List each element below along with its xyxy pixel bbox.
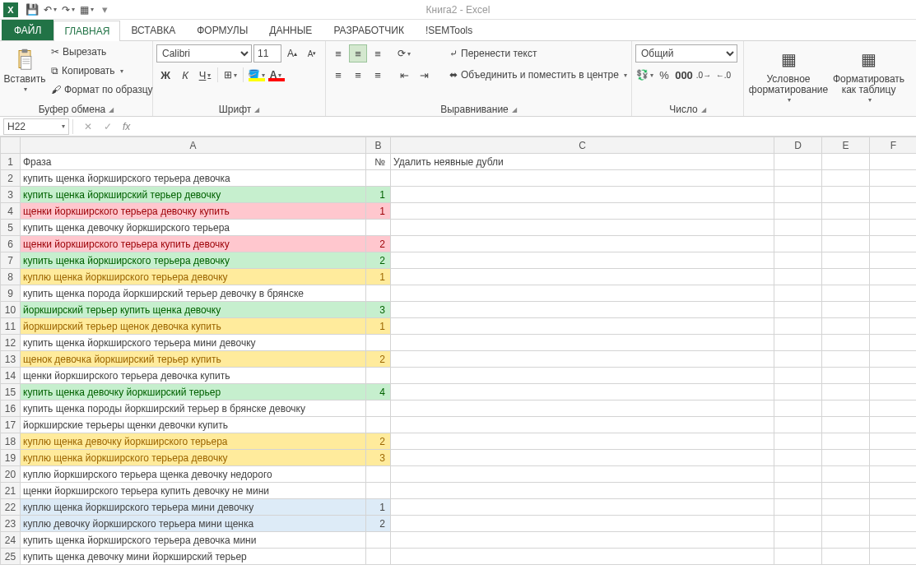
cell[interactable] bbox=[870, 516, 917, 532]
cell[interactable]: 2 bbox=[366, 351, 391, 368]
qat-custom-button[interactable]: ▦▾ bbox=[77, 2, 95, 18]
cell[interactable]: 1 bbox=[366, 318, 391, 335]
cell[interactable] bbox=[391, 302, 774, 318]
tab-file[interactable]: ФАЙЛ bbox=[2, 20, 53, 40]
row-header[interactable]: 5 bbox=[1, 220, 21, 236]
col-header-B[interactable]: B bbox=[366, 137, 391, 154]
table-row[interactable]: 1 Фраза № Удалить неявные дубли bbox=[1, 154, 917, 170]
cell[interactable] bbox=[774, 170, 822, 187]
row-header[interactable]: 23 bbox=[1, 516, 21, 532]
tab-home[interactable]: ГЛАВНАЯ bbox=[53, 21, 120, 41]
font-color-button[interactable]: A▾ bbox=[267, 66, 285, 84]
cell[interactable] bbox=[870, 335, 917, 351]
cell[interactable] bbox=[391, 499, 774, 516]
row-header[interactable]: 20 bbox=[1, 466, 21, 483]
cell[interactable]: купить щенка йоркширского терьера девочк… bbox=[21, 532, 366, 549]
cell[interactable]: купить щенка девочку йоркширского терьер… bbox=[21, 220, 366, 236]
cell[interactable] bbox=[774, 400, 822, 417]
percent-button[interactable]: % bbox=[655, 66, 673, 84]
cell[interactable] bbox=[822, 170, 870, 187]
orientation-button[interactable]: ⟳▾ bbox=[395, 44, 413, 63]
row-header[interactable]: 16 bbox=[1, 400, 21, 417]
cell[interactable] bbox=[822, 433, 870, 450]
cell[interactable] bbox=[870, 499, 917, 516]
align-bottom-button[interactable]: ≡ bbox=[369, 44, 387, 63]
cell[interactable] bbox=[870, 351, 917, 368]
cell[interactable] bbox=[391, 170, 774, 187]
row-header[interactable]: 1 bbox=[1, 154, 21, 170]
cell[interactable]: куплю щенка девочку йоркширского терьера bbox=[21, 433, 366, 450]
cell[interactable] bbox=[822, 499, 870, 516]
row-header[interactable]: 7 bbox=[1, 252, 21, 269]
cell[interactable] bbox=[822, 285, 870, 302]
cell[interactable]: купить щенка породы йоркширский терьер в… bbox=[21, 400, 366, 417]
table-row[interactable]: 5купить щенка девочку йоркширского терье… bbox=[1, 220, 917, 236]
row-header[interactable]: 19 bbox=[1, 450, 21, 466]
cell[interactable]: купить щенка девочку йоркширский терьер bbox=[21, 384, 366, 400]
cell[interactable] bbox=[822, 269, 870, 285]
cell[interactable] bbox=[822, 203, 870, 220]
formula-bar[interactable] bbox=[135, 118, 916, 135]
worksheet-grid[interactable]: A B C D E F 1 Фраза № Удалить неявные ду… bbox=[0, 137, 916, 587]
cell[interactable] bbox=[822, 236, 870, 252]
font-size-input[interactable] bbox=[253, 44, 281, 63]
dialog-launcher-icon[interactable]: ◢ bbox=[254, 106, 259, 113]
row-header[interactable]: 10 bbox=[1, 302, 21, 318]
row-header[interactable]: 25 bbox=[1, 549, 21, 565]
cell[interactable]: 3 bbox=[366, 302, 391, 318]
cell[interactable]: 2 bbox=[366, 252, 391, 269]
cell[interactable] bbox=[366, 532, 391, 549]
cell[interactable] bbox=[822, 368, 870, 384]
cell[interactable] bbox=[774, 483, 822, 499]
cell[interactable] bbox=[870, 302, 917, 318]
cell[interactable]: щенки йоркширского терьера купить девочк… bbox=[21, 236, 366, 252]
cell[interactable] bbox=[774, 285, 822, 302]
cell[interactable]: Удалить неявные дубли bbox=[391, 154, 774, 170]
cell[interactable] bbox=[774, 318, 822, 335]
row-header[interactable]: 3 bbox=[1, 187, 21, 203]
currency-button[interactable]: 💱▾ bbox=[635, 66, 653, 84]
cell[interactable] bbox=[870, 236, 917, 252]
table-row[interactable]: 18куплю щенка девочку йоркширского терье… bbox=[1, 433, 917, 450]
cell[interactable] bbox=[366, 170, 391, 187]
cell[interactable] bbox=[870, 203, 917, 220]
table-row[interactable]: 25купить щенка девочку мини йоркширский … bbox=[1, 549, 917, 565]
tab-data[interactable]: ДАННЫЕ bbox=[258, 20, 323, 40]
cell[interactable] bbox=[774, 466, 822, 483]
cell[interactable]: купить щенка йоркширского терьера девочк… bbox=[21, 252, 366, 269]
cell[interactable] bbox=[822, 400, 870, 417]
font-name-select[interactable]: Calibri bbox=[156, 44, 252, 63]
table-row[interactable]: 12купить щенка йоркширского терьера мини… bbox=[1, 335, 917, 351]
table-row[interactable]: 15купить щенка девочку йоркширский терье… bbox=[1, 384, 917, 400]
cell[interactable] bbox=[366, 483, 391, 499]
table-row[interactable]: 17йоркширские терьеры щенки девочки купи… bbox=[1, 417, 917, 433]
cell[interactable] bbox=[366, 466, 391, 483]
cell[interactable] bbox=[391, 532, 774, 549]
cancel-formula-button[interactable]: ✕ bbox=[78, 118, 98, 135]
decrease-indent-button[interactable]: ⇤ bbox=[395, 66, 413, 84]
cell[interactable] bbox=[822, 549, 870, 565]
table-row[interactable]: 23куплю девочку йоркширского терьера мин… bbox=[1, 516, 917, 532]
cell[interactable]: 1 bbox=[366, 499, 391, 516]
borders-button[interactable]: ⊞▾ bbox=[221, 66, 239, 84]
increase-decimal-button[interactable]: .0→ bbox=[695, 66, 713, 84]
cell[interactable] bbox=[366, 549, 391, 565]
table-row[interactable]: 7купить щенка йоркширского терьера девоч… bbox=[1, 252, 917, 269]
cell[interactable]: купить щенка порода йоркширский терьер д… bbox=[21, 285, 366, 302]
table-row[interactable]: 21щенки йоркширского терьера купить дево… bbox=[1, 483, 917, 499]
table-row[interactable]: 24купить щенка йоркширского терьера дево… bbox=[1, 532, 917, 549]
cell[interactable] bbox=[774, 203, 822, 220]
cell[interactable] bbox=[822, 318, 870, 335]
cell[interactable]: 2 bbox=[366, 433, 391, 450]
col-header-F[interactable]: F bbox=[870, 137, 917, 154]
copy-button[interactable]: ⧉Копировать▾ bbox=[48, 62, 156, 80]
cell[interactable] bbox=[822, 516, 870, 532]
cell[interactable] bbox=[774, 549, 822, 565]
cell[interactable] bbox=[822, 187, 870, 203]
dialog-launcher-icon[interactable]: ◢ bbox=[512, 106, 517, 113]
cell[interactable] bbox=[391, 549, 774, 565]
cell[interactable] bbox=[391, 368, 774, 384]
table-row[interactable]: 10йоркширский терьер купить щенка девочк… bbox=[1, 302, 917, 318]
cell[interactable] bbox=[870, 417, 917, 433]
cell[interactable] bbox=[822, 483, 870, 499]
